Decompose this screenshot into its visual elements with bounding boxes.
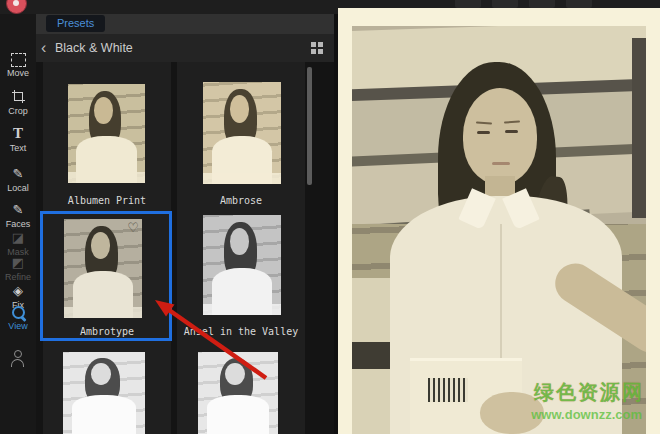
magnifier-icon <box>0 304 36 320</box>
preset-thumb-albumen-print[interactable] <box>68 84 145 183</box>
sidebar-item-label: View <box>0 321 36 331</box>
account-button[interactable] <box>0 350 36 371</box>
sidebar-item-label: Local <box>0 183 36 193</box>
sidebar-item-move[interactable]: Move <box>0 51 36 78</box>
presets-tab[interactable]: Presets <box>46 15 105 32</box>
favorite-heart-icon[interactable]: ♡ <box>127 221 139 234</box>
sidebar-item-label: Refine <box>0 272 36 282</box>
fix-icon: ◈ <box>0 283 36 299</box>
panel-scrollbar[interactable] <box>307 67 312 185</box>
preset-thumb[interactable] <box>198 352 278 434</box>
watermark-site-name: 绿色资源网 <box>534 379 644 406</box>
presets-category-header: ‹ Black & White <box>36 34 334 62</box>
sidebar-item-label: Text <box>0 143 36 153</box>
text-icon: T <box>0 126 36 142</box>
category-title: Black & White <box>55 41 133 55</box>
crop-icon <box>0 89 36 105</box>
sidebar-item-label: Crop <box>0 106 36 116</box>
barcode-label <box>428 378 468 402</box>
subject-face <box>463 88 537 184</box>
sidebar-item-text[interactable]: T Text <box>0 126 36 153</box>
face-brush-icon: ✎ <box>0 202 36 218</box>
main-photo-canvas[interactable]: 绿色资源网 www.downzz.com <box>338 8 660 434</box>
grid-view-icon[interactable] <box>311 42 323 54</box>
account-person-icon <box>9 350 27 367</box>
preset-label: Ambrotype <box>41 326 173 337</box>
window-button[interactable] <box>529 0 555 8</box>
preset-thumb-ansel-in-the-valley[interactable] <box>203 215 281 315</box>
preset-selected-box[interactable]: ♡ <box>40 211 172 341</box>
move-selection-icon <box>0 51 36 67</box>
sidebar-item-mask[interactable]: ◪ Mask <box>0 230 36 257</box>
presets-panel: Presets ‹ Black & White Albumen Print Am… <box>36 14 334 434</box>
preset-thumb-ambrose[interactable] <box>203 82 281 184</box>
sidebar-item-label: Faces <box>0 219 36 229</box>
window-button[interactable] <box>492 0 518 8</box>
sidebar-item-label: Move <box>0 68 36 78</box>
sidebar-item-view[interactable]: View <box>0 304 36 331</box>
brush-icon: ✎ <box>0 166 36 182</box>
tool-sidebar: Move Crop T Text ✎ Local ✎ Faces ◪ Mask … <box>0 14 36 434</box>
presets-grid: Albumen Print Ambrose ♡ Ambrotype Ansel … <box>36 62 334 434</box>
window-button[interactable] <box>455 0 481 8</box>
preset-thumb-ambrotype[interactable]: ♡ <box>64 219 142 318</box>
panel-tab-strip: Presets <box>36 14 334 34</box>
sidebar-item-crop[interactable]: Crop <box>0 89 36 116</box>
refine-icon: ◩ <box>0 255 36 271</box>
preset-thumb[interactable] <box>63 352 145 434</box>
sidebar-item-faces[interactable]: ✎ Faces <box>0 202 36 229</box>
app-window: Move Crop T Text ✎ Local ✎ Faces ◪ Mask … <box>0 0 660 434</box>
preset-label: Ansel in the Valley <box>175 326 307 337</box>
photo-content <box>352 26 646 434</box>
preset-label: Albumen Print <box>41 195 173 206</box>
window-button[interactable] <box>566 0 592 8</box>
mask-icon: ◪ <box>0 230 36 246</box>
watermark-url: www.downzz.com <box>531 407 642 422</box>
sidebar-item-refine[interactable]: ◩ Refine <box>0 255 36 282</box>
preset-label: Ambrose <box>175 195 307 206</box>
sidebar-item-local[interactable]: ✎ Local <box>0 166 36 193</box>
back-chevron-icon[interactable]: ‹ <box>41 38 46 58</box>
